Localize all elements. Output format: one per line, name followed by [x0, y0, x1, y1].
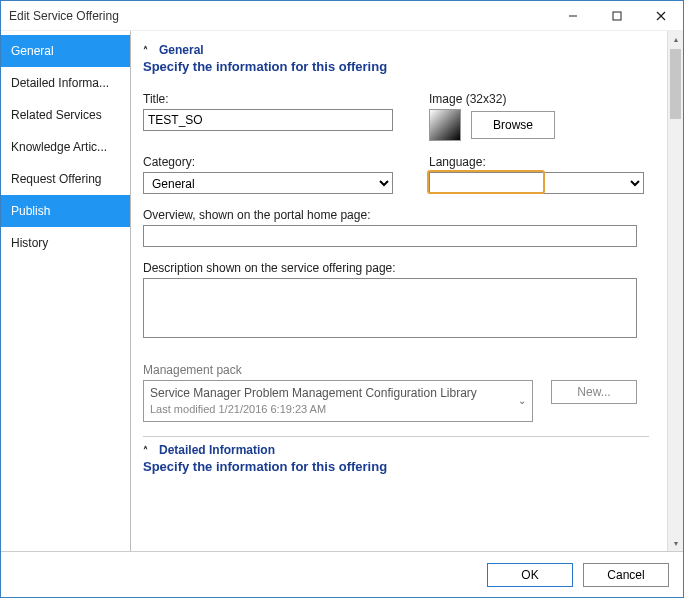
title-input[interactable] [143, 109, 393, 131]
management-pack-select[interactable]: Service Manager Problem Management Confi… [143, 380, 533, 422]
dialog-footer: OK Cancel [1, 551, 683, 597]
sidebar-item-general[interactable]: General [1, 35, 130, 67]
scroll-up-arrow-icon[interactable]: ▴ [668, 31, 683, 47]
management-pack-name: Service Manager Problem Management Confi… [150, 385, 510, 402]
language-label: Language: [429, 155, 649, 169]
sidebar-item-knowledge-articles[interactable]: Knowledge Artic... [1, 131, 130, 163]
scrollbar-thumb[interactable] [670, 49, 681, 119]
scroll-down-arrow-icon[interactable]: ▾ [668, 535, 683, 551]
content-pane: ˄ General Specify the information for th… [131, 31, 667, 551]
description-label: Description shown on the service offerin… [143, 261, 649, 275]
chevron-up-icon: ˄ [143, 445, 153, 456]
image-label: Image (32x32) [429, 92, 649, 106]
sidebar-item-detailed-information[interactable]: Detailed Informa... [1, 67, 130, 99]
section-subtitle-general: Specify the information for this offerin… [143, 59, 649, 74]
overview-input[interactable] [143, 225, 637, 247]
close-button[interactable] [639, 2, 683, 30]
svg-rect-1 [613, 12, 621, 20]
category-select[interactable]: General [143, 172, 393, 194]
title-label: Title: [143, 92, 395, 106]
chevron-up-icon: ˄ [143, 45, 153, 56]
category-label: Category: [143, 155, 395, 169]
window-title: Edit Service Offering [9, 9, 551, 23]
maximize-button[interactable] [595, 2, 639, 30]
minimize-button[interactable] [551, 2, 595, 30]
section-header-general[interactable]: ˄ General [143, 43, 649, 57]
cancel-button[interactable]: Cancel [583, 563, 669, 587]
sidebar-item-request-offering[interactable]: Request Offering [1, 163, 130, 195]
ok-button[interactable]: OK [487, 563, 573, 587]
vertical-scrollbar[interactable]: ▴ ▾ [667, 31, 683, 551]
image-thumbnail [429, 109, 461, 141]
section-separator [143, 436, 649, 437]
browse-button[interactable]: Browse [471, 111, 555, 139]
sidebar-item-related-services[interactable]: Related Services [1, 99, 130, 131]
titlebar: Edit Service Offering [1, 1, 683, 31]
sidebar-item-publish[interactable]: Publish [1, 195, 130, 227]
new-management-pack-button[interactable]: New... [551, 380, 637, 404]
section-title-detailed: Detailed Information [159, 443, 275, 457]
dialog-window: Edit Service Offering General Detailed I… [0, 0, 684, 598]
section-subtitle-detailed: Specify the information for this offerin… [143, 459, 649, 474]
sidebar-item-history[interactable]: History [1, 227, 130, 259]
sidebar-nav: General Detailed Informa... Related Serv… [1, 31, 131, 551]
section-title: General [159, 43, 204, 57]
management-pack-label: Management pack [143, 363, 649, 377]
description-textarea[interactable] [143, 278, 637, 338]
section-header-detailed[interactable]: ˄ Detailed Information [143, 443, 649, 457]
language-select[interactable] [429, 172, 644, 194]
chevron-down-icon: ⌄ [518, 394, 526, 408]
overview-label: Overview, shown on the portal home page: [143, 208, 649, 222]
management-pack-modified: Last modified 1/21/2016 6:19:23 AM [150, 402, 510, 417]
